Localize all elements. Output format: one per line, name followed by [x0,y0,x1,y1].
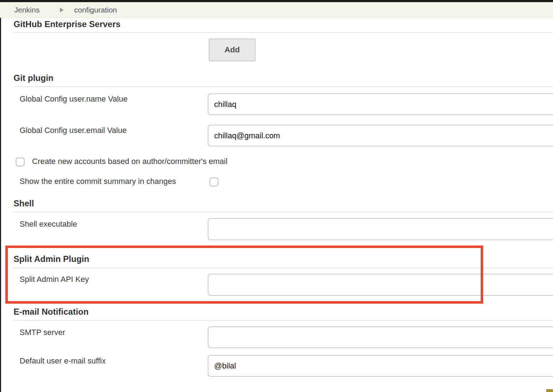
global-config-username-input[interactable] [208,93,553,115]
smtp-server-input[interactable] [208,326,553,348]
global-config-useremail-input[interactable] [208,125,553,146]
window-left-edge [0,2,1,392]
shell-executable-label: Shell executable [20,220,77,229]
global-config-useremail-label: Global Config user.email Value [20,126,126,135]
jenkins-configuration-page: { "breadcrumb": { "root": "Jenkins", "cu… [0,0,553,392]
section-rule [14,32,553,33]
default-email-suffix-input[interactable] [208,355,553,377]
section-rule [14,320,553,321]
section-title-shell: Shell [14,198,34,208]
section-title-git-plugin: Git plugin [14,73,53,83]
show-commit-summary-label: Show the entire commit summary in change… [20,177,176,186]
create-accounts-checkbox[interactable] [16,158,25,166]
section-title-split-admin-plugin: Split Admin Plugin [14,254,89,264]
smtp-server-label: SMTP server [20,328,65,337]
add-github-server-button[interactable]: Add [209,38,255,61]
section-title-email-notification: E-mail Notification [14,307,89,317]
shell-executable-input[interactable] [208,218,553,240]
section-rule [14,212,553,212]
breadcrumb-jenkins-link[interactable]: Jenkins [14,2,40,18]
breadcrumb-arrow-icon [60,7,64,12]
breadcrumb-configuration-link[interactable]: configuration [74,2,117,18]
split-admin-api-key-input[interactable] [208,274,553,296]
default-email-suffix-label: Default user e-mail suffix [20,356,106,366]
section-rule [14,268,553,268]
breadcrumb: Jenkins configuration [0,2,553,18]
show-commit-summary-checkbox[interactable] [210,177,218,186]
global-config-username-label: Global Config user.name Value [20,94,128,104]
warning-icon-partial [546,389,553,392]
section-title-github-enterprise-servers: GitHub Enterprise Servers [14,19,120,29]
create-accounts-label: Create new accounts based on author/comm… [32,157,227,166]
split-admin-api-key-label: Split Admin API Key [20,275,89,284]
section-rule [14,86,553,87]
